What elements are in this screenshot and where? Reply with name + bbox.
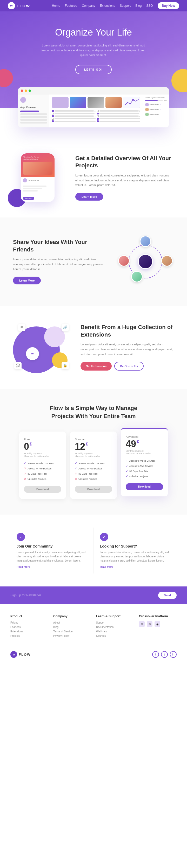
ext-get-extensions-button[interactable]: Get Extensions [81, 362, 112, 371]
ext-description: Lorem ipsum dolor sit amet, consectetur … [81, 342, 174, 356]
mockup-task-item: 2 [52, 110, 96, 112]
pricing-download-button-standard[interactable]: Download [75, 486, 112, 493]
footer-link-courses[interactable]: Courses [96, 634, 134, 637]
mockup-task-item [97, 120, 140, 122]
footer-link-blog[interactable]: Blog [53, 626, 91, 628]
pricing-card-advanced: Advanced 49 € Monthly paymentMinimum ter… [121, 428, 168, 496]
phone-top-image [23, 162, 52, 175]
footer-link-webinars[interactable]: Webinars [96, 630, 134, 633]
pricing-tier-advanced: Advanced [126, 435, 163, 438]
pricing-feature-item: ✓ Access to Video Courses [75, 462, 112, 465]
pricing-cards: Free 0 € Monthly paymentMinimum term 6 m… [10, 431, 177, 499]
ext-icon-chat: 💬 [14, 362, 22, 369]
social-facebook-button[interactable]: f [152, 651, 159, 658]
cross-icon: ✕ [75, 472, 77, 475]
footer-link-about[interactable]: About [53, 621, 91, 624]
mockup-titlebar [18, 87, 169, 94]
pricing-feature-item: ✕ 30 Days Free Trial [75, 472, 112, 475]
phone-btn-row: Start Now → [21, 194, 55, 202]
footer-link-terms[interactable]: Terms of Service [53, 630, 91, 633]
pricing-tier-standard: Standard [75, 438, 112, 441]
phone-avatar-row: Daniel Sortinger [21, 177, 55, 184]
share-title: Share Your Ideas With Your Friends [13, 239, 106, 253]
task-text [55, 116, 94, 117]
ext-logo: w [26, 347, 39, 360]
overview-description: Lorem ipsum dolor sit amet, consectetur … [75, 173, 174, 188]
check-icon: ✓ [75, 462, 77, 465]
progress-week-label: Your Progress this week [145, 96, 167, 98]
pricing-feature-item: ✕ Unlimited Projects [75, 477, 112, 480]
nav-link-home[interactable]: Home [52, 4, 60, 7]
pricing-download-button-advanced[interactable]: Download [126, 483, 163, 490]
footer-link-extensions[interactable]: Extensions [10, 630, 48, 633]
pricing-feature-item: ✓ Unlimited Projects [126, 475, 163, 478]
footer-link-docs[interactable]: Documentation [96, 626, 134, 628]
nav-link-support[interactable]: Support [120, 4, 131, 7]
overview-learn-more-button[interactable]: Learn More [75, 193, 103, 200]
pricing-price-free: 0 € [24, 442, 61, 451]
progress-row: 70% [145, 100, 167, 101]
nav-logo[interactable]: w FLOW [8, 2, 30, 9]
footer-bottom: w FLOW f t in [10, 647, 177, 658]
ext-text: Benefit From a Huge Collection of Extens… [81, 323, 174, 371]
nav-link-company[interactable]: Company [82, 4, 95, 7]
share-avatar-4 [118, 255, 130, 267]
crossover-icon-1: ⊞ [139, 621, 145, 627]
mockup-task-col-2: 3 7 2 [97, 110, 140, 123]
pricing-download-button-free[interactable]: Download [24, 486, 61, 493]
community-join-read-more[interactable]: Read more → [17, 565, 87, 568]
av-row-2: Lorem ipsum ✓ [145, 108, 167, 111]
task-check [97, 118, 99, 120]
footer-link-projects[interactable]: Projects [10, 634, 48, 637]
community-support-read-more[interactable]: Read more → [100, 565, 171, 568]
overview-phone-wrap: Advertising For The IncNew Spring Collec… [13, 153, 65, 202]
footer-link-pricing[interactable]: Pricing [10, 621, 48, 624]
newsletter-send-button[interactable]: Send [158, 592, 177, 599]
task-text [55, 118, 96, 119]
ext-btn-row: Get Extensions Be One of Us [81, 362, 174, 371]
av-row-1: Lorem ipsum ✓ [145, 103, 167, 106]
footer-link-privacy[interactable]: Privacy Policy [53, 634, 91, 637]
phone-user-name: Daniel Sortinger [28, 180, 39, 181]
av-row-3: Lorem ipsum [145, 113, 167, 116]
task-text [55, 113, 94, 114]
pricing-sub-free: Monthly paymentMinimum term 6 months [24, 452, 61, 458]
hero-cta-button[interactable]: LET'S GO! [75, 65, 112, 74]
share-avatar-3 [131, 271, 142, 282]
mockup-sidebar-item [20, 116, 47, 118]
avatar-sm [145, 113, 149, 116]
footer-link-support[interactable]: Support [96, 621, 134, 624]
svg-point-0 [132, 99, 134, 101]
pricing-feature-item: ✓ 30 Days Free Trial [126, 469, 163, 473]
share-learn-more-button[interactable]: Learn More [13, 277, 41, 284]
phone-task-item [23, 190, 38, 191]
task-check [97, 110, 99, 112]
mockup-image-4 [105, 97, 122, 108]
share-section: Share Your Ideas With Your Friends Lorem… [0, 217, 187, 306]
cross-icon: ✕ [24, 477, 26, 480]
phone-task-item [23, 188, 42, 189]
task-check [97, 115, 99, 117]
newsletter-input[interactable] [10, 593, 154, 597]
nav-buynow-button[interactable]: Buy Now [158, 2, 179, 9]
nav-link-sso[interactable]: SSO [146, 4, 153, 7]
nav-link-extensions[interactable]: Extensions [100, 4, 115, 7]
nav-link-features[interactable]: Features [65, 4, 77, 7]
pricing-currency-standard: € [86, 442, 88, 446]
social-linkedin-button[interactable]: in [170, 651, 177, 658]
ext-be-one-of-us-button[interactable]: Be One of Us [114, 362, 144, 371]
ext-visual: w ✉ 🔗 💬 🔒 [13, 321, 70, 373]
pricing-card-free: Free 0 € Monthly paymentMinimum term 6 m… [19, 432, 66, 499]
footer-link-features[interactable]: Features [10, 626, 48, 628]
mockup-sidebar-item [20, 119, 47, 121]
phone-action-btn: Start Now → [23, 197, 34, 200]
cross-icon: ✕ [24, 467, 26, 470]
overview-title: Get a Detailed Overview Of All Your Proj… [75, 155, 174, 169]
task-text [100, 121, 140, 122]
footer-col-crossover: Crossover Platform ⊞ ⊟ ◉ [139, 615, 177, 639]
av-name: Lorem ipsum [150, 104, 159, 105]
social-twitter-button[interactable]: t [161, 651, 168, 658]
cross-icon: ✕ [75, 477, 77, 480]
nav-link-blog[interactable]: Blog [135, 4, 141, 7]
avatar-sm [145, 108, 149, 111]
